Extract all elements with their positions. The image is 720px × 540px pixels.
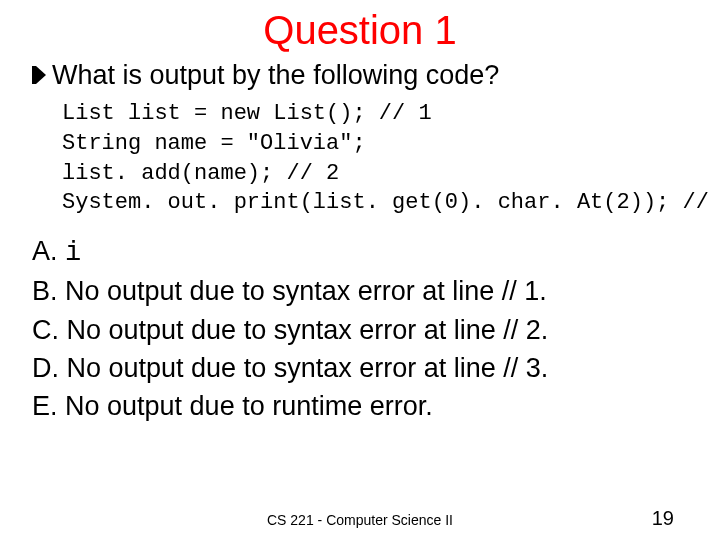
answers-list: A. i B. No output due to syntax error at… xyxy=(32,232,690,426)
answer-e: E. No output due to runtime error. xyxy=(32,387,690,425)
answer-d: D. No output due to syntax error at line… xyxy=(32,349,690,387)
answer-a-value: i xyxy=(65,238,81,268)
footer-text: CS 221 - Computer Science II xyxy=(0,512,720,528)
answer-a: A. i xyxy=(32,232,690,272)
code-line-3: list. add(name); // 2 xyxy=(62,161,339,186)
svg-rect-0 xyxy=(32,66,36,84)
svg-marker-1 xyxy=(36,66,46,84)
code-line-4: System. out. print(list. get(0). char. A… xyxy=(62,190,720,215)
slide-title: Question 1 xyxy=(30,8,690,53)
code-line-2: String name = "Olivia"; xyxy=(62,131,366,156)
code-line-1: List list = new List(); // 1 xyxy=(62,101,432,126)
question-row: What is output by the following code? xyxy=(30,59,690,91)
slide-container: Question 1 What is output by the followi… xyxy=(0,0,720,540)
answer-c: C. No output due to syntax error at line… xyxy=(32,311,690,349)
question-text: What is output by the following code? xyxy=(52,59,499,91)
page-number: 19 xyxy=(652,507,674,530)
answer-a-prefix: A. xyxy=(32,236,65,266)
bullet-icon xyxy=(32,63,46,87)
answer-b: B. No output due to syntax error at line… xyxy=(32,272,690,310)
code-block: List list = new List(); // 1 String name… xyxy=(62,99,690,218)
